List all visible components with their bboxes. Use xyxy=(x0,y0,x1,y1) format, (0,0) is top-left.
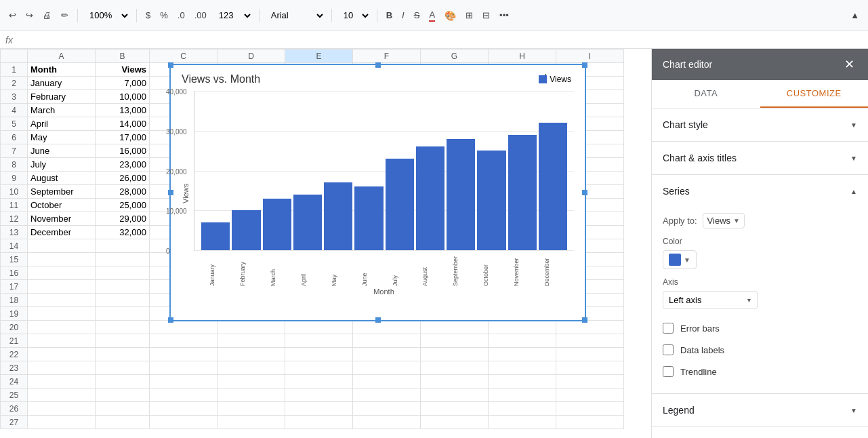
cell-c-20[interactable] xyxy=(150,321,218,334)
collapse-button[interactable]: ▲ xyxy=(847,7,863,23)
print-button[interactable]: 🖨 xyxy=(39,7,55,23)
cell-b-1[interactable]: Views xyxy=(96,63,150,77)
cell-f-26[interactable] xyxy=(353,402,421,416)
cell-b-21[interactable] xyxy=(96,334,150,348)
redo-button[interactable]: ↪ xyxy=(22,7,37,23)
cell-i-20[interactable] xyxy=(556,321,624,334)
cell-f-21[interactable] xyxy=(353,334,421,348)
cell-d-27[interactable] xyxy=(218,416,285,429)
cell-h-24[interactable] xyxy=(489,375,556,389)
cell-i-21[interactable] xyxy=(556,334,624,348)
cell-d-20[interactable] xyxy=(218,321,285,334)
cell-a-7[interactable]: June xyxy=(28,144,96,158)
currency-button[interactable]: $ xyxy=(142,7,154,23)
cell-a-12[interactable]: November xyxy=(28,212,96,226)
col-header-e[interactable]: E xyxy=(285,49,353,63)
cell-g-21[interactable] xyxy=(421,334,489,348)
cell-a-6[interactable]: May xyxy=(28,131,96,144)
cell-f-22[interactable] xyxy=(353,348,421,361)
cell-c-26[interactable] xyxy=(150,402,218,416)
cell-i-24[interactable] xyxy=(556,375,624,389)
cell-a-14[interactable] xyxy=(28,239,96,253)
cell-a-27[interactable] xyxy=(28,416,96,429)
cell-g-20[interactable] xyxy=(421,321,489,334)
col-header-d[interactable]: D xyxy=(218,49,285,63)
cell-a-10[interactable]: September xyxy=(28,185,96,199)
cell-b-18[interactable] xyxy=(96,294,150,307)
cell-c-24[interactable] xyxy=(150,375,218,389)
cell-b-16[interactable] xyxy=(96,266,150,280)
cell-b-5[interactable]: 14,000 xyxy=(96,117,150,131)
cell-b-26[interactable] xyxy=(96,402,150,416)
cell-b-23[interactable] xyxy=(96,361,150,375)
cell-i-25[interactable] xyxy=(556,389,624,402)
cell-a-15[interactable] xyxy=(28,253,96,266)
font-size-select[interactable]: 10 xyxy=(337,7,371,24)
axis-select[interactable]: Left axis Right axis xyxy=(663,291,758,309)
percent-button[interactable]: % xyxy=(157,7,171,23)
cell-a-19[interactable] xyxy=(28,307,96,321)
borders-button[interactable]: ⊞ xyxy=(462,7,476,23)
paint-format-button[interactable]: ✏ xyxy=(58,7,72,23)
font-select[interactable]: Arial xyxy=(265,7,326,24)
more-toolbar-button[interactable]: ••• xyxy=(496,7,512,23)
decimal-increase-button[interactable]: .00 xyxy=(191,7,210,23)
cell-h-26[interactable] xyxy=(489,402,556,416)
cell-b-10[interactable]: 28,000 xyxy=(96,185,150,199)
cell-c-23[interactable] xyxy=(150,361,218,375)
cell-f-24[interactable] xyxy=(353,375,421,389)
undo-button[interactable]: ↩ xyxy=(5,7,20,23)
editor-close-button[interactable]: ✕ xyxy=(842,54,857,75)
cell-f-25[interactable] xyxy=(353,389,421,402)
cell-b-12[interactable]: 29,000 xyxy=(96,212,150,226)
cell-a-25[interactable] xyxy=(28,389,96,402)
merge-button[interactable]: ⊟ xyxy=(479,7,493,23)
series-header[interactable]: Series xyxy=(652,175,868,207)
cell-h-22[interactable] xyxy=(489,348,556,361)
col-header-b[interactable]: B xyxy=(96,49,150,63)
apply-to-dropdown[interactable]: Views ▼ xyxy=(703,213,745,228)
italic-button[interactable]: I xyxy=(398,7,408,23)
cell-a-1[interactable]: Month xyxy=(28,63,96,77)
col-header-f[interactable]: F xyxy=(353,49,421,63)
col-header-a[interactable]: A xyxy=(28,49,96,63)
cell-g-23[interactable] xyxy=(421,361,489,375)
chart-style-header[interactable]: Chart style xyxy=(652,108,868,141)
cell-a-17[interactable] xyxy=(28,280,96,294)
cell-a-11[interactable]: October xyxy=(28,199,96,212)
tab-data[interactable]: DATA xyxy=(652,80,760,108)
legend-header[interactable]: Legend xyxy=(652,394,868,426)
cell-f-23[interactable] xyxy=(353,361,421,375)
cell-b-7[interactable]: 16,000 xyxy=(96,144,150,158)
cell-b-2[interactable]: 7,000 xyxy=(96,77,150,90)
fill-color-button[interactable]: 🎨 xyxy=(441,7,459,24)
cell-d-21[interactable] xyxy=(218,334,285,348)
cell-a-13[interactable]: December xyxy=(28,226,96,239)
cell-g-24[interactable] xyxy=(421,375,489,389)
cell-c-21[interactable] xyxy=(150,334,218,348)
cell-a-20[interactable] xyxy=(28,321,96,334)
cell-b-4[interactable]: 13,000 xyxy=(96,104,150,117)
horizontal-axis-header[interactable]: Horizontal axis xyxy=(652,427,868,438)
cell-e-20[interactable] xyxy=(285,321,353,334)
cell-h-27[interactable] xyxy=(489,416,556,429)
cell-a-22[interactable] xyxy=(28,348,96,361)
decimal-decrease-button[interactable]: .0 xyxy=(174,7,188,23)
cell-b-9[interactable]: 26,000 xyxy=(96,172,150,185)
cell-a-18[interactable] xyxy=(28,294,96,307)
cell-e-25[interactable] xyxy=(285,389,353,402)
cell-g-25[interactable] xyxy=(421,389,489,402)
format-select[interactable]: 123 xyxy=(213,7,253,24)
cell-h-20[interactable] xyxy=(489,321,556,334)
col-header-h[interactable]: H xyxy=(489,49,556,63)
cell-d-25[interactable] xyxy=(218,389,285,402)
trendline-checkbox[interactable] xyxy=(663,366,674,377)
chart-overlay[interactable]: Views vs. Month ⋮ Views Views 40,00030,0… xyxy=(169,64,586,321)
cell-a-9[interactable]: August xyxy=(28,172,96,185)
cell-a-24[interactable] xyxy=(28,375,96,389)
strikethrough-button[interactable]: S xyxy=(411,7,423,23)
cell-h-23[interactable] xyxy=(489,361,556,375)
cell-f-20[interactable] xyxy=(353,321,421,334)
color-picker-button[interactable]: ▼ xyxy=(663,250,697,269)
cell-b-3[interactable]: 10,000 xyxy=(96,90,150,104)
